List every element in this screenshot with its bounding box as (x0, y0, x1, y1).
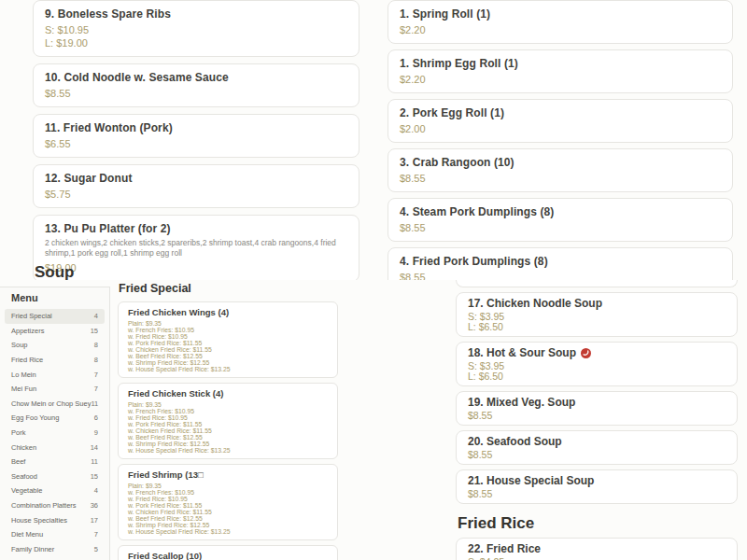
sidebar-item-count: 36 (91, 501, 98, 510)
menu-item-prices: $6.55 (45, 138, 347, 149)
menu-item-title: Fried Chicken Wings (4) (128, 307, 328, 317)
menu-item-card[interactable]: Fried Scallop (10) Plain: $9.35w. French… (118, 545, 338, 560)
menu-item-price: S: $10.95 (45, 24, 347, 35)
menu-item-price: L: $6.50 (468, 322, 726, 331)
menu-item-card[interactable]: 1. Shrimp Egg Roll (1) $2.20 (388, 49, 733, 93)
sidebar-item-combination-platters[interactable]: Combination Platters 36 (5, 498, 105, 513)
menu-item-title: 18. Hot & Sour Soup (468, 347, 726, 358)
sidebar-item-lo-mein[interactable]: Lo Mein 7 (5, 367, 105, 382)
menu-item-card[interactable]: 19. Mixed Veg. Soup $8.55 (456, 391, 738, 426)
menu-item-card[interactable]: Fried Chicken Wings (4) Plain: $9.35w. F… (118, 301, 338, 378)
sidebar-item-family-dinner[interactable]: Family Dinner 5 (5, 542, 105, 557)
sidebar-item-pork[interactable]: Pork 9 (5, 426, 105, 441)
sidebar-item-count: 5 (94, 545, 98, 553)
sidebar-item-chow-mein-or-chop-suey[interactable]: Chow Mein or Chop Suey 11 (5, 397, 105, 412)
menu-item-prices: S: $3.95L: $6.50 (468, 312, 726, 331)
sidebar-item-count: 8 (94, 356, 98, 364)
menu-item-title: 20. Seafood Soup (468, 436, 726, 447)
menu-item-price: $8.55 (400, 222, 721, 233)
sidebar-item-fried-special[interactable]: Fried Special 4 (5, 309, 105, 324)
menu-item-card[interactable]: 4. Fried Pork Dumplings (8) $8.55 (388, 247, 733, 280)
menu-item-title: 19. Mixed Veg. Soup (468, 397, 726, 408)
sidebar-item-vegetable[interactable]: Vegetable 4 (5, 483, 105, 498)
sidebar-item-count: 15 (91, 472, 98, 481)
menu-item-card[interactable]: 2. Pork Egg Roll (1) $2.00 (388, 99, 733, 143)
sidebar-item-diet-menu[interactable]: Diet Menu 7 (5, 527, 105, 542)
menu-column-left: 9. Boneless Spare Ribs S: $10.95L: $19.0… (33, 0, 359, 280)
menu-item-card[interactable]: 17. Chicken Noodle Soup S: $3.95L: $6.50 (456, 292, 738, 337)
sidebar-item-house-specialties[interactable]: House Specialties 17 (5, 512, 105, 527)
menu-item-price: $8.55 (468, 450, 726, 459)
menu-item-title: Fried Scallop (10) (128, 551, 328, 560)
menu-item-prices: $5.75 (45, 189, 347, 200)
sidebar-item-fried-rice[interactable]: Fried Rice 8 (5, 353, 105, 368)
sidebar-item-chicken[interactable]: Chicken 14 (5, 440, 105, 455)
sidebar-item-label: House Specialties (11, 516, 67, 525)
menu-item-option-price: w. French Fries: $10.95 (128, 327, 328, 333)
menu-item-title: 22. Fried Rice (468, 543, 726, 554)
menu-item-card[interactable]: 10. Cold Noodle w. Sesame Sauce $8.55 (33, 63, 359, 107)
sidebar-item-count: 4 (94, 312, 98, 320)
menu-item-option-price: Plain: $9.35 (128, 320, 328, 327)
menu-item-prices: $19.00 (45, 262, 347, 273)
menu-item-card[interactable]: 3. Crab Rangoon (10) $8.55 (388, 148, 733, 192)
menu-item-title-text: 18. Hot & Sour Soup (468, 347, 576, 358)
sidebar-item-appetizers[interactable]: Appetizers 15 (5, 324, 105, 339)
menu-item-card[interactable]: 12. Sugar Donut $5.75 (33, 164, 359, 208)
menu-item-option-price: w. Chicken Fried Rice: $11.55 (128, 346, 328, 353)
menu-item-prices: S: $10.95L: $19.00 (45, 24, 347, 49)
menu-item-card[interactable]: 9. Boneless Spare Ribs S: $10.95L: $19.0… (33, 0, 359, 57)
menu-item-title: 4. Fried Pork Dumplings (8) (400, 256, 721, 268)
menu-item-option-price: w. Shrimp Fried Rice: $12.55 (128, 522, 328, 528)
menu-item-price: $19.00 (45, 262, 347, 273)
menu-item-card[interactable]: 13. Pu Pu Platter (for 2) 2 chicken wing… (33, 215, 359, 280)
menu-item-title: 9. Boneless Spare Ribs (45, 8, 347, 21)
menu-item-card[interactable]: 22. Fried Rice S: $4.25L: $5.75 (456, 538, 738, 560)
menu-item-title-text: 21. House Special Soup (468, 475, 594, 486)
menu-item-price: L: $6.50 (468, 371, 726, 381)
menu-item-title: 11. Fried Wonton (Pork) (45, 122, 347, 134)
sidebar-item-label: Vegetable (11, 486, 42, 495)
menu-item-card[interactable]: 20. Seafood Soup $8.55 (456, 430, 738, 465)
sidebar-item-label: Family Dinner (11, 545, 54, 553)
sidebar-item-label: Pork (11, 428, 25, 437)
menu-item-option-price: w. French Fries: $10.95 (128, 408, 328, 414)
menu-item-prices: S: $3.95L: $6.50 (468, 361, 726, 381)
menu-item-price: $2.00 (400, 123, 721, 134)
menu-item-card[interactable]: 11. Fried Wonton (Pork) $6.55 (33, 114, 359, 158)
menu-item-title: 17. Chicken Noodle Soup (468, 298, 726, 309)
menu-item-card[interactable]: 4. Steam Pork Dumplings (8) $8.55 (388, 198, 733, 242)
menu-item-option-price: w. Shrimp Fried Rice: $12.55 (128, 441, 328, 447)
sidebar-item-egg-foo-young[interactable]: Egg Foo Young 6 (5, 411, 105, 426)
sidebar-list: Fried Special 4 Appetizers 15 Soup 8 Fri… (0, 309, 109, 556)
sidebar-item-count: 9 (94, 428, 98, 437)
sidebar-item-label: Combination Platters (11, 501, 77, 510)
sidebar-item-count: 6 (94, 413, 98, 422)
menu-item-card[interactable]: 18. Hot & Sour Soup S: $3.95L: $6.50 (456, 342, 738, 386)
menu-item-options: Plain: $9.35w. French Fries: $10.95w. Fr… (128, 401, 328, 454)
sidebar-item-count: 8 (94, 341, 98, 349)
menu-item-price: $6.55 (45, 138, 347, 149)
menu-item-price: $8.55 (400, 173, 721, 184)
sidebar-item-mei-fun[interactable]: Mei Fun 7 (5, 382, 105, 397)
menu-item-card[interactable]: Fried Chicken Stick (4) Plain: $9.35w. F… (118, 383, 338, 459)
sidebar-item-soup[interactable]: Soup 8 (5, 338, 105, 353)
top-menu-region: 9. Boneless Spare Ribs S: $10.95L: $19.0… (0, 0, 747, 280)
menu-item-options: Plain: $9.35w. French Fries: $10.95w. Fr… (128, 320, 328, 372)
fried-rice-section-heading: Fried Rice (458, 515, 738, 532)
sidebar-item-seafood[interactable]: Seafood 15 (5, 469, 105, 484)
menu-item-prices: $2.20 (400, 24, 721, 35)
category-sidebar: Menu Fried Special 4 Appetizers 15 Soup … (0, 287, 110, 560)
sidebar-item-label: Diet Menu (11, 530, 43, 539)
sidebar-item-count: 17 (91, 516, 98, 525)
menu-item-card[interactable]: Fried Shrimp (13□ Plain: $9.35w. French … (118, 464, 338, 540)
clipped-card-remnant (456, 280, 738, 287)
menu-item-title-text: 22. Fried Rice (468, 543, 541, 554)
sidebar-item-beef[interactable]: Beef 11 (5, 455, 105, 469)
menu-item-card[interactable]: 21. House Special Soup $8.55 (456, 469, 738, 504)
menu-item-option-price: w. Pork Fried Rice: $11.55 (128, 421, 328, 427)
sidebar-item-count: 4 (94, 486, 98, 495)
menu-item-option-price: w. Fried Rice: $10.95 (128, 414, 328, 421)
sidebar-item-count: 11 (91, 457, 98, 466)
menu-item-card[interactable]: 1. Spring Roll (1) $2.20 (388, 0, 733, 44)
